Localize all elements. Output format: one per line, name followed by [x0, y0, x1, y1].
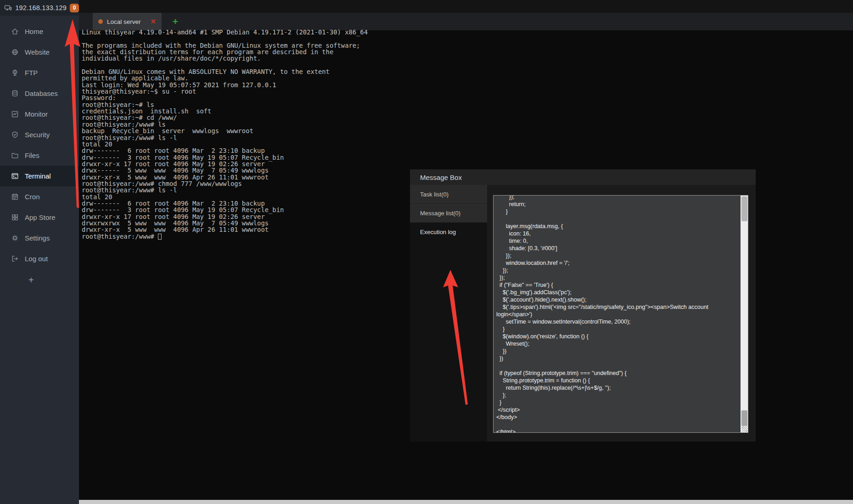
sidebar-item-label: Security: [25, 131, 50, 139]
scrollbar-bottom-segment[interactable]: [741, 410, 747, 426]
sidebar-item-label: FTP: [25, 69, 38, 77]
sidebar-item-databases[interactable]: Databases: [0, 83, 79, 104]
add-server-button[interactable]: +: [0, 272, 79, 288]
sidebar-item-files[interactable]: Files: [0, 145, 79, 166]
sidebar-item-settings[interactable]: Settings: [0, 228, 79, 248]
database-icon: [11, 90, 19, 97]
terminal-tab-bar: Local server ✕ +: [79, 13, 853, 30]
sidebar-item-label: Databases: [25, 90, 58, 97]
ftp-globe-icon: [11, 69, 19, 77]
execution-log-pane: }); return; } layer.msg(rdata.msg, { ico…: [487, 185, 756, 442]
sidebar: 192.168.133.129 0 Home Website FTP Datab…: [0, 0, 79, 504]
vertical-scrollbar[interactable]: [741, 196, 748, 432]
execution-log-code: }); return; } layer.msg(rdata.msg, { ico…: [496, 195, 739, 433]
notification-badge: 0: [70, 4, 79, 12]
new-tab-button[interactable]: +: [168, 13, 183, 30]
gear-icon: [11, 234, 19, 242]
appstore-grid-icon: [11, 213, 19, 221]
shield-check-icon: [11, 131, 19, 139]
sidebar-item-label: Settings: [25, 234, 50, 242]
terminal-tab-title: Local server: [107, 18, 146, 25]
home-icon: [11, 28, 19, 35]
calendar-icon: [11, 193, 19, 201]
dialog-tab-list: Task list(0) Message list(0) Execution l…: [410, 185, 487, 442]
scrollbar-thumb[interactable]: [741, 196, 747, 221]
tab-task-list[interactable]: Task list(0): [410, 185, 487, 204]
sidebar-item-home[interactable]: Home: [0, 21, 79, 42]
server-monitor-icon: [5, 4, 11, 12]
tab-message-list[interactable]: Message list(0): [410, 204, 487, 223]
sidebar-item-label: Log out: [25, 255, 48, 263]
resize-grip[interactable]: [742, 426, 747, 432]
terminal-icon: [11, 172, 19, 180]
sidebar-item-terminal[interactable]: Terminal: [0, 166, 79, 186]
close-tab-icon[interactable]: ✕: [150, 17, 156, 26]
terminal-tab-local-server[interactable]: Local server ✕: [93, 13, 162, 30]
connection-status-dot: [98, 19, 103, 24]
terminal-top-band: [79, 0, 853, 13]
execution-log-textarea[interactable]: }); return; } layer.msg(rdata.msg, { ico…: [493, 195, 748, 433]
sidebar-item-label: Home: [25, 28, 43, 35]
sidebar-nav: Home Website FTP Databases Monitor Secur…: [0, 21, 79, 288]
sidebar-item-ftp[interactable]: FTP: [0, 62, 79, 83]
sidebar-item-appstore[interactable]: App Store: [0, 207, 79, 228]
logout-icon: [11, 255, 19, 263]
message-box-dialog: Message Box Task list(0) Message list(0)…: [410, 169, 756, 442]
terminal-cursor: [158, 234, 162, 240]
dialog-header: Message Box: [410, 169, 756, 185]
sidebar-item-monitor[interactable]: Monitor: [0, 104, 79, 124]
terminal-prompt-line: root@thisyear:/www#: [82, 233, 162, 240]
terminal-output: Linux thisyear 4.19.0-14-amd64 #1 SMP De…: [82, 29, 368, 233]
sidebar-item-logout[interactable]: Log out: [0, 248, 79, 269]
sidebar-item-label: App Store: [25, 213, 56, 221]
folder-icon: [11, 151, 19, 159]
monitor-chart-icon: [11, 110, 19, 118]
globe-icon: [11, 48, 19, 56]
sidebar-item-cron[interactable]: Cron: [0, 186, 79, 207]
tab-execution-log[interactable]: Execution log: [410, 223, 487, 241]
sidebar-item-label: Monitor: [25, 110, 48, 118]
sidebar-item-website[interactable]: Website: [0, 42, 79, 62]
sidebar-item-label: Files: [25, 151, 39, 159]
server-ip: 192.168.133.129: [15, 4, 67, 11]
server-selector[interactable]: 192.168.133.129 0: [0, 0, 79, 16]
dialog-title: Message Box: [420, 174, 462, 181]
horizontal-scrollbar[interactable]: [79, 500, 853, 504]
terminal-prompt: root@thisyear:/www#: [82, 233, 158, 240]
sidebar-item-label: Website: [25, 48, 50, 56]
sidebar-item-label: Cron: [25, 193, 40, 201]
screen: 192.168.133.129 0 Home Website FTP Datab…: [0, 0, 853, 504]
sidebar-item-label: Terminal: [25, 172, 51, 180]
sidebar-item-security[interactable]: Security: [0, 124, 79, 145]
